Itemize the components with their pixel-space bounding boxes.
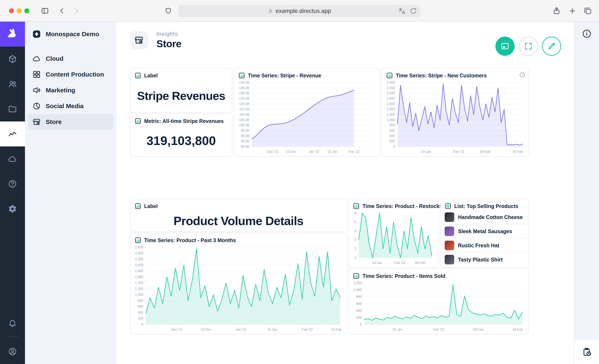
svg-text:Dec '21: Dec '21 [171, 328, 183, 331]
zoom-window-button[interactable] [24, 8, 29, 13]
help-icon [8, 179, 17, 188]
sidebar-item-store[interactable]: Store [28, 114, 113, 130]
sidebar-item-label: Social Media [46, 103, 84, 110]
svg-text:24 Jan: 24 Jan [392, 328, 403, 331]
items-sold-chart: 1,2001,000800600400200024 JanFeb '2208 F… [349, 280, 528, 333]
sidebar-item-cloud[interactable]: Cloud [28, 51, 113, 67]
product-thumbnail [445, 212, 454, 222]
svg-text:16 Feb: 16 Feb [512, 150, 523, 153]
product-name: Handmade Cotton Cheese [458, 214, 523, 220]
sidebar-item-label: Content Production [46, 71, 104, 78]
sidebar-item-social-media[interactable]: Social Media [28, 98, 113, 114]
module-insights[interactable] [0, 122, 25, 146]
fullscreen-button[interactable] [519, 37, 538, 56]
panel-top-products: List: Top Selling Products Handmade Cott… [440, 199, 529, 268]
right-sidebar [574, 22, 599, 364]
svg-text:2,000: 2,000 [135, 263, 143, 267]
svg-text:0: 0 [141, 323, 143, 326]
panel-title: List: Top Selling Products [454, 203, 518, 209]
share-button[interactable] [552, 7, 561, 15]
svg-text:Dec '21: Dec '21 [267, 150, 278, 153]
svg-text:1,400: 1,400 [135, 281, 143, 284]
pie-chart-icon [32, 102, 41, 110]
module-users[interactable] [0, 71, 25, 97]
panel-ts-revenue: Time Series: Stripe - Revenue 140.0K135.… [234, 68, 380, 157]
notifications-button[interactable] [0, 311, 25, 335]
svg-text:Feb '22: Feb '22 [349, 150, 360, 153]
bell-icon [8, 319, 17, 328]
minimize-window-button[interactable] [17, 8, 22, 13]
privacy-shield-icon[interactable] [164, 7, 172, 15]
list-item: Tasty Plastic Shirt [440, 252, 529, 266]
project-name: Monospace Demo [46, 31, 99, 38]
folder-icon [8, 104, 17, 114]
directus-logo[interactable] [0, 22, 25, 47]
sidebar-item-content-production[interactable]: Content Production [28, 67, 113, 82]
svg-text:3: 3 [354, 238, 356, 241]
svg-text:105.0K: 105.0K [239, 118, 250, 122]
back-button[interactable] [58, 7, 66, 15]
project-header[interactable]: Monospace Demo [25, 22, 116, 47]
svg-text:1,200: 1,200 [353, 281, 362, 285]
module-files[interactable] [0, 97, 25, 122]
svg-text:95.0K: 95.0K [241, 129, 250, 132]
svg-text:2,400: 2,400 [135, 251, 143, 255]
close-window-button[interactable] [9, 8, 14, 13]
past-3-months-chart: 2,6002,4002,2002,0001,8001,6001,4001,200… [131, 244, 346, 333]
svg-text:2,400: 2,400 [387, 81, 395, 84]
sidebar-item-marketing[interactable]: Marketing [28, 82, 113, 98]
panel-ts-past3: Time Series: Product - Past 3 Months 2,6… [130, 233, 347, 335]
new-tab-button[interactable] [568, 7, 577, 15]
svg-text:1,000: 1,000 [353, 288, 362, 292]
panel-title: Label [144, 203, 158, 209]
sidebar-toggle-button[interactable] [41, 7, 49, 15]
panel-title: Label [144, 73, 158, 79]
url-text: example.directus.app [276, 8, 331, 14]
module-settings[interactable] [0, 196, 25, 221]
panel-metric-revenues: Metric: All-time Stripe Revenues 319,103… [130, 114, 232, 157]
svg-text:400: 400 [138, 311, 143, 314]
page-header: Insights Store [130, 31, 181, 50]
label-text: Stripe Revenues [130, 79, 232, 112]
users-icon [8, 80, 17, 89]
list-item: Handmade Cotton Cheese [440, 210, 529, 224]
clipboard-clock-icon [582, 347, 592, 357]
svg-text:15 Jan: 15 Jan [267, 328, 277, 331]
sidebar-item-label: Store [46, 118, 62, 125]
svg-text:2,200: 2,200 [387, 86, 395, 90]
lock-icon [268, 8, 273, 14]
panel-title: Time Series: Product - Restocks [362, 203, 442, 209]
module-help[interactable] [0, 171, 25, 196]
edit-button[interactable] [542, 37, 561, 56]
translate-icon[interactable] [398, 7, 406, 15]
reload-icon[interactable] [409, 7, 417, 15]
svg-text:24 Jan: 24 Jan [421, 150, 431, 153]
module-content[interactable] [0, 47, 25, 71]
panel-title: Time Series: Stripe - Revenue [248, 73, 321, 79]
present-button[interactable] [495, 37, 515, 56]
svg-text:Jan '22: Jan '22 [309, 150, 319, 153]
gear-icon [8, 204, 17, 213]
account-button[interactable] [0, 339, 25, 364]
chart-icon [353, 203, 360, 209]
revenue-chart: 140.0K135.0K130.0K125.0K120.0K115.0K110.… [235, 79, 379, 155]
rabbit-icon [6, 27, 19, 41]
new-customers-chart: 2,4002,2002,0001,8001,6001,4001,2001,000… [382, 79, 528, 155]
panel-info-button[interactable] [519, 72, 525, 78]
svg-text:1,400: 1,400 [387, 107, 395, 111]
module-bar [0, 22, 25, 364]
panel-ts-new-customers: Time Series: Stripe - New Customers 2,40… [382, 68, 529, 157]
svg-text:400: 400 [389, 134, 395, 138]
forward-button[interactable] [72, 7, 81, 15]
tab-overview-button[interactable] [584, 7, 592, 15]
info-button[interactable] [582, 29, 592, 39]
module-cloud[interactable] [0, 146, 25, 171]
info-icon [582, 29, 592, 39]
svg-text:2: 2 [354, 247, 356, 250]
list-item: Rustic Fresh Hat [440, 238, 529, 252]
breadcrumb[interactable]: Insights [156, 31, 181, 37]
address-bar[interactable]: example.directus.app [178, 5, 420, 17]
activity-drawer-button[interactable] [574, 340, 599, 364]
svg-text:Feb '22: Feb '22 [394, 261, 405, 265]
svg-text:600: 600 [389, 129, 395, 132]
